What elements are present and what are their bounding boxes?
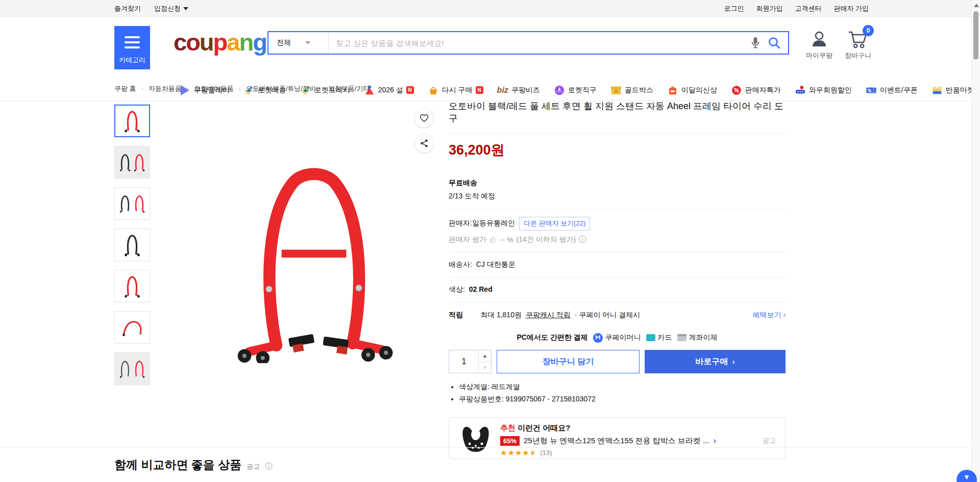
chevron-right-icon: ›: [187, 85, 189, 92]
courier-name: CJ 대한통운: [476, 260, 516, 268]
quantity-input[interactable]: [449, 350, 479, 373]
coupon-icon: [866, 85, 877, 96]
microphone-icon[interactable]: [751, 37, 760, 49]
wishlist-button[interactable]: [414, 108, 434, 128]
quantity-increase-button[interactable]: ▲: [479, 350, 491, 362]
nav-item-wow-discount[interactable]: 와우회원할인: [795, 85, 852, 96]
search-category-dropdown[interactable]: 전체: [268, 32, 329, 54]
scrollbar-up-arrow[interactable]: [974, 4, 979, 7]
thumbnail-4[interactable]: [114, 229, 150, 261]
nav-item-goldbox[interactable]: 골드박스: [610, 85, 653, 96]
wow-membership-icon: [795, 85, 806, 96]
thumbs-up-icon: [489, 236, 497, 243]
product-main-image[interactable]: [214, 134, 413, 363]
quantity-steps: ▲ ▼: [478, 350, 491, 373]
search-bar: 전체: [267, 31, 789, 55]
seller-rating-label: 판매자 평가: [449, 235, 486, 244]
scrollbar-thumb[interactable]: [973, 11, 978, 60]
thumbnail-1-selected[interactable]: [114, 105, 150, 137]
goldbox-icon: [610, 85, 622, 96]
info-icon[interactable]: ⓘ: [579, 235, 586, 244]
seller-rating-row: 판매자 평가 -- % (14건 이하의 평가) ⓘ: [449, 235, 786, 244]
product-price: 36,200원: [449, 141, 786, 159]
cart-label: 장바구니: [841, 51, 875, 60]
category-menu-button[interactable]: 카테고리: [114, 26, 150, 69]
coupay-money-method: 쿠페이머니: [593, 333, 641, 343]
category-label: 카테고리: [114, 56, 150, 65]
topbar-links-right: 로그인 회원가입 고객센터 판매자 가입: [724, 0, 869, 17]
breadcrumb-category-1[interactable]: 자동차용품: [149, 84, 182, 93]
nav-item-2026-seol[interactable]: 2026 설 N: [364, 85, 414, 96]
cart-button[interactable]: 0 장바구니: [841, 29, 875, 60]
info-icon[interactable]: ⓘ: [265, 462, 272, 471]
nav-item-event-coupon[interactable]: 이벤트/쿠폰: [866, 85, 918, 96]
thumbnail-5[interactable]: [114, 270, 150, 302]
seller-label: 판매자:: [449, 219, 472, 228]
recommended-product-name[interactable]: 25년형 뉴 엔맥스125 엔맥스155 전용 탑박스 브라켓 ...: [524, 436, 709, 446]
discount-badge: 65%: [500, 436, 520, 446]
breadcrumb-category-2[interactable]: 오토바이용품: [194, 84, 234, 93]
nav-item-buy-again[interactable]: 다시 구매 N: [428, 85, 483, 96]
color-row: 색상: 02 Red: [449, 285, 786, 294]
buy-now-button[interactable]: 바로구매 ›: [645, 350, 786, 373]
topbar-links-left: 즐겨찾기 입점신청: [114, 0, 188, 17]
benefit-link[interactable]: 혜택보기 ›: [752, 311, 786, 320]
other-sellers-button[interactable]: 다른 판매자 보기(22): [519, 217, 590, 231]
ad-label: 광고: [763, 436, 776, 445]
nav-item-coupang-biz[interactable]: biz 쿠팡비즈: [497, 86, 540, 95]
coupang-logo[interactable]: coupang: [174, 30, 266, 54]
top-utility-bar: 즐겨찾기 입점신청 로그인 회원가입 고객센터 판매자 가입: [0, 0, 980, 17]
add-to-cart-button[interactable]: 장바구니 담기: [497, 350, 640, 373]
logo-letter: c: [174, 30, 186, 54]
rocket-direct-icon: [554, 85, 565, 96]
search-icon[interactable]: [768, 36, 781, 49]
my-coupang-button[interactable]: 마이쿠팡: [802, 29, 836, 60]
seller-apply-link[interactable]: 입점신청: [154, 4, 188, 13]
product-title: 오토바이 블랙/레드 풀 세트 후면 휠 지원 스탠드 자동 Aheel 프레임…: [449, 100, 786, 125]
compare-section-title: 함께 비교하면 좋을 상품: [114, 457, 241, 473]
breadcrumb: 쿠팡 홈 › 자동차용품 › 오토바이용품 › 오토바이부품/튜닝/정비 › 외…: [114, 84, 370, 93]
bank-transfer-method: 계좌이체: [677, 333, 718, 342]
vertical-scrollbar[interactable]: [971, 0, 980, 482]
favorites-label: 즐겨찾기: [114, 4, 141, 13]
divider: [449, 277, 786, 277]
quantity-decrease-button[interactable]: ▼: [479, 362, 491, 373]
color-family-bullet: 색상계열: 레드계열: [459, 383, 786, 392]
favorites-link[interactable]: 즐겨찾기: [114, 4, 141, 13]
courier-label: 배송사:: [449, 260, 472, 268]
nav-item-new-arrivals[interactable]: 이달의신상: [667, 85, 717, 96]
quantity-stepper: ▲ ▼: [449, 350, 492, 373]
chevron-right-icon: ›: [141, 85, 143, 92]
thumbnail-2[interactable]: [114, 146, 150, 179]
recommended-product-image: [460, 423, 491, 454]
share-button[interactable]: [414, 134, 434, 153]
easy-payment-row: PC에서도 간편한 결제 쿠페이머니 카드 계좌이체: [449, 333, 786, 343]
courier-row: 배송사: CJ 대한통운: [449, 260, 786, 269]
breadcrumb-category-4[interactable]: 외장부품/기타: [328, 84, 370, 93]
search-category-value: 전체: [277, 38, 291, 47]
header: 카테고리 coupang 전체 마이쿠팡: [0, 17, 980, 80]
recommended-product-card[interactable]: 추천이런건 어때요? 65% 25년형 뉴 엔맥스125 엔맥스155 전용 탑…: [449, 417, 786, 459]
seller-name: 일등유통레인: [472, 219, 515, 228]
purchase-panel: 오토바이 블랙/레드 풀 세트 후면 휠 지원 스탠드 자동 Aheel 프레임…: [449, 100, 786, 459]
seller-join-link[interactable]: 판매자 가입: [834, 4, 869, 13]
breadcrumb-home[interactable]: 쿠팡 홈: [114, 84, 136, 93]
chevron-right-icon[interactable]: ›: [713, 436, 716, 445]
customer-center-link[interactable]: 고객센터: [795, 4, 821, 13]
seller-rating-value: -- %: [500, 236, 513, 244]
buy-actions-row: ▲ ▼ 장바구니 담기 바로구매 ›: [449, 350, 786, 373]
thumbnail-6[interactable]: [114, 311, 150, 344]
signup-link[interactable]: 회원가입: [756, 4, 782, 13]
login-link[interactable]: 로그인: [724, 4, 744, 13]
nav-item-rocket-direct[interactable]: 로켓직구: [554, 85, 597, 96]
divider: [449, 252, 786, 252]
coupang-cash-link[interactable]: 쿠팡캐시 적립: [526, 311, 571, 320]
breadcrumb-category-3[interactable]: 오토바이부품/튜닝/정비: [246, 84, 316, 93]
recommendation-heading: 추천이런건 어때요?: [500, 423, 777, 433]
thumbnail-3[interactable]: [114, 187, 150, 220]
easy-payment-label: PC에서도 간편한 결제: [517, 333, 587, 342]
search-input[interactable]: [329, 32, 751, 54]
thumbnail-7[interactable]: [114, 352, 150, 385]
nav-item-seller-deals[interactable]: 판매자특가: [731, 85, 781, 96]
nav-item-return-market[interactable]: 반품마켓: [932, 85, 974, 96]
